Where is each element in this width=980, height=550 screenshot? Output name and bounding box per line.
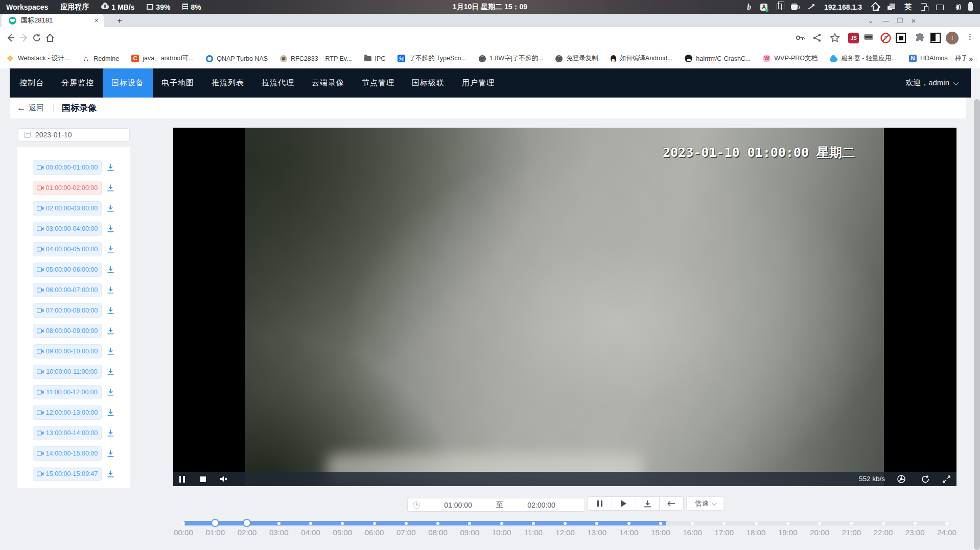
timeline-slider[interactable]: 00:0001:0002:0003:0004:0005:0006:0007:00…: [183, 521, 947, 525]
bookmark-item[interactable]: hairrrrr/C-CrashC...: [685, 55, 751, 62]
nav-tab-5[interactable]: 推流列表: [203, 68, 253, 98]
recording-time-chip[interactable]: 05:00:00-06:00:00: [33, 262, 102, 277]
extension-bw-icon[interactable]: [930, 33, 941, 43]
back-button[interactable]: [5, 32, 16, 43]
download-icon[interactable]: [107, 286, 114, 294]
tab-close-icon[interactable]: ×: [95, 16, 99, 25]
user-menu[interactable]: 欢迎，admin: [905, 78, 958, 88]
download-icon[interactable]: [107, 246, 114, 253]
window-minimize-button[interactable]: —: [881, 17, 891, 25]
pause-button[interactable]: [588, 497, 612, 510]
volume-icon[interactable]: [953, 5, 959, 10]
recording-time-chip[interactable]: 03:00:00-04:00:00: [33, 222, 102, 236]
download-icon[interactable]: [107, 266, 114, 273]
download-icon[interactable]: [107, 348, 114, 355]
bing-tray-icon[interactable]: b: [747, 3, 751, 12]
player-fullscreen-icon[interactable]: [942, 472, 951, 486]
window-menu-chevron[interactable]: ⌄: [866, 17, 876, 25]
recording-time-chip[interactable]: 14:00:00-15:00:00: [33, 446, 102, 461]
video-player[interactable]: 2023-01-10 01:00:00 星期二 552 kb/s: [173, 128, 956, 486]
notes-tray-icon[interactable]: A: [760, 4, 767, 11]
recording-time-chip[interactable]: 01:00:00-02:00:00: [33, 181, 102, 195]
recording-time-chip[interactable]: 02:00:00-03:00:00: [33, 201, 102, 216]
home-tray-icon[interactable]: [871, 4, 878, 11]
download-icon[interactable]: [107, 429, 114, 437]
nav-tab-8[interactable]: 节点管理: [353, 68, 403, 98]
download-icon[interactable]: [107, 368, 114, 375]
browser-menu-icon[interactable]: ⋮: [966, 32, 977, 43]
extension-mask-icon[interactable]: [864, 34, 875, 45]
recording-time-chip[interactable]: 12:00:00-13:00:00: [33, 405, 102, 420]
download-icon[interactable]: [107, 450, 114, 457]
download-icon[interactable]: [107, 409, 114, 416]
bookmark-item[interactable]: 了不起的 TypeScri...: [398, 54, 466, 63]
bookmark-item[interactable]: QNAP Turbo NAS: [206, 55, 268, 62]
extension-blocker-icon[interactable]: [880, 33, 892, 44]
recording-time-chip[interactable]: 11:00:00-12:00:00: [33, 385, 102, 399]
nav-tab-3[interactable]: 国标设备: [103, 68, 153, 98]
bookmark-item[interactable]: 如何编译Android...: [611, 54, 673, 63]
bookmark-star-icon[interactable]: [830, 33, 841, 44]
new-tab-button[interactable]: +: [113, 15, 126, 27]
extensions-puzzle-icon[interactable]: [915, 33, 926, 44]
start-time-value[interactable]: 01:00:00: [420, 501, 496, 509]
bookmark-item[interactable]: RFC2833 – RTP Ev...: [280, 55, 352, 62]
window-restore-button[interactable]: ❐: [895, 17, 905, 25]
password-key-icon[interactable]: [795, 33, 806, 44]
ime-indicator[interactable]: 英: [904, 3, 912, 12]
phone-link-icon[interactable]: [921, 3, 927, 11]
download-icon[interactable]: [107, 307, 114, 314]
player-pause-icon[interactable]: [177, 472, 187, 486]
recording-time-chip[interactable]: 07:00:00-08:00:00: [33, 303, 102, 318]
home-button[interactable]: [44, 32, 56, 43]
timeline-end-handle[interactable]: [243, 519, 251, 527]
extension-square-icon[interactable]: [896, 33, 906, 43]
timeline-start-handle[interactable]: [211, 519, 219, 527]
bookmark-item[interactable]: Redmine: [82, 55, 119, 63]
download-icon[interactable]: [107, 389, 114, 396]
reload-button[interactable]: [31, 32, 42, 43]
window-close-button[interactable]: ×: [908, 16, 919, 25]
nav-tab-1[interactable]: 控制台: [11, 68, 53, 98]
bookmark-item[interactable]: Webstack - 设计...: [6, 54, 69, 63]
download-icon[interactable]: [107, 327, 114, 334]
end-time-value[interactable]: 02:00:00: [503, 501, 579, 509]
recording-time-chip[interactable]: 06:00:00-07:00:00: [33, 283, 102, 297]
recording-time-chip[interactable]: 15:00:00-15:09:47: [33, 467, 102, 481]
browser-tab[interactable]: 国标28181 ×: [2, 14, 104, 27]
bookmark-item[interactable]: 免登录复制: [555, 54, 598, 63]
download-icon[interactable]: [107, 225, 114, 232]
player-stop-icon[interactable]: [198, 472, 208, 486]
player-refresh-icon[interactable]: [921, 472, 929, 486]
share-icon[interactable]: [812, 33, 824, 44]
windows-tray-icon[interactable]: [888, 4, 895, 10]
player-mute-icon[interactable]: [219, 472, 229, 486]
bookmark-item[interactable]: 1.8W字|了不起的...: [479, 54, 543, 63]
recording-time-chip[interactable]: 00:00:00-01:00:00: [33, 160, 102, 175]
download-icon[interactable]: [107, 184, 114, 192]
download-button[interactable]: [636, 497, 660, 510]
recording-time-chip[interactable]: 10:00:00-11:00:00: [33, 365, 102, 379]
recording-time-chip[interactable]: 13:00:00-14:00:00: [33, 426, 102, 440]
date-picker-input[interactable]: 2023-01-10: [18, 128, 130, 141]
play-button[interactable]: [612, 497, 636, 510]
time-range-input[interactable]: 01:00:00 至 02:00:00: [407, 498, 585, 512]
back-link[interactable]: ←返回: [17, 103, 44, 113]
download-icon[interactable]: [107, 470, 114, 477]
speed-dropdown-button[interactable]: 倍速: [686, 496, 724, 511]
nav-tab-6[interactable]: 拉流代理: [253, 68, 303, 98]
nav-tab-4[interactable]: 电子地图: [153, 68, 203, 98]
download-icon[interactable]: [107, 164, 114, 171]
page-scrollbar-thumb[interactable]: [974, 99, 980, 550]
display-icon[interactable]: [936, 5, 944, 10]
nav-tab-7[interactable]: 云端录像: [303, 68, 353, 98]
bookmark-item[interactable]: java、android可...: [131, 54, 194, 63]
recording-time-chip[interactable]: 08:00:00-09:00:00: [33, 324, 102, 338]
bookmark-item[interactable]: 服务器 - 轻量应用...: [830, 54, 897, 63]
recording-time-chip[interactable]: 04:00:00-05:00:00: [33, 242, 102, 256]
nav-tab-9[interactable]: 国标级联: [403, 68, 453, 98]
download-icon[interactable]: [107, 205, 114, 212]
nav-tab-2[interactable]: 分屏监控: [53, 68, 103, 98]
forward-button[interactable]: [18, 32, 30, 43]
caffeine-tray-icon[interactable]: [791, 5, 798, 10]
